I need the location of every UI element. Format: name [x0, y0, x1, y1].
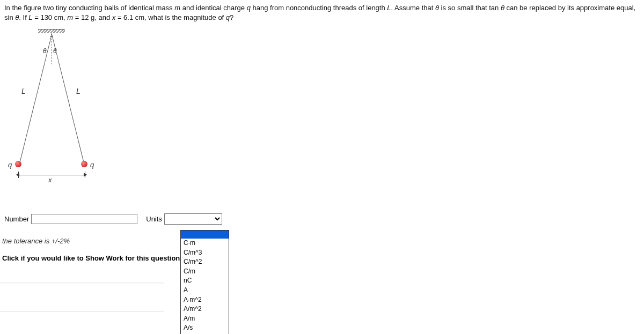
- physics-figure: θ θ L L q q x: [3, 27, 111, 188]
- var-theta: θ: [435, 4, 439, 12]
- units-option-blank[interactable]: [181, 231, 229, 239]
- var-theta: θ: [501, 4, 504, 12]
- units-option[interactable]: C/m^2: [181, 257, 229, 267]
- text: In the figure two tiny conducting balls …: [4, 4, 174, 12]
- x-arrow-right-icon: [84, 173, 87, 177]
- length-left-label: L: [21, 87, 26, 95]
- theta-left-label: θ: [43, 47, 47, 55]
- x-dimension-line: [18, 175, 85, 175]
- units-option[interactable]: C/m: [181, 267, 229, 277]
- tolerance-note: the tolerance is +/-2%: [2, 237, 70, 245]
- units-option[interactable]: nC: [181, 276, 229, 286]
- text: ?: [230, 13, 233, 21]
- var-q: q: [226, 13, 230, 21]
- text: = 130 cm,: [33, 13, 68, 21]
- thread-left: [19, 34, 52, 165]
- text: is so small that tan: [439, 4, 501, 12]
- units-select[interactable]: [164, 213, 222, 225]
- units-option[interactable]: A/s: [181, 323, 229, 333]
- ceiling-hatch: [38, 29, 65, 33]
- x-label: x: [48, 176, 52, 184]
- length-right-label: L: [76, 87, 80, 95]
- ball-left-icon: [15, 161, 21, 167]
- var-m: m: [67, 13, 73, 21]
- theta-right-label: θ: [53, 47, 57, 55]
- show-work-link[interactable]: Click if you would like to Show Work for…: [2, 254, 182, 262]
- var-L: L: [387, 4, 391, 12]
- ball-right-icon: [81, 161, 87, 167]
- units-option[interactable]: C/m^3: [181, 248, 229, 258]
- text: = 6.1 cm, what is the magnitude of: [115, 13, 226, 21]
- number-input[interactable]: [31, 214, 137, 224]
- units-option[interactable]: C·m: [181, 239, 229, 248]
- text: . If: [19, 13, 28, 21]
- units-label: Units: [146, 215, 162, 223]
- units-option[interactable]: A·m^2: [181, 295, 229, 305]
- charge-left-label: q: [8, 161, 12, 169]
- text: . Assume that: [391, 4, 435, 12]
- var-L: L: [28, 13, 32, 21]
- text: hang from nonconducting threads of lengt…: [251, 4, 387, 12]
- text: = 12 g, and: [73, 13, 112, 21]
- answer-row: Number Units: [4, 213, 222, 225]
- units-option[interactable]: A/m^2: [181, 305, 229, 314]
- problem-statement: In the figure two tiny conducting balls …: [0, 0, 644, 25]
- divider: [0, 283, 164, 284]
- number-label: Number: [4, 215, 29, 223]
- text: and identical charge: [180, 4, 247, 12]
- var-q: q: [247, 4, 251, 12]
- charge-right-label: q: [90, 161, 94, 169]
- var-m: m: [174, 4, 180, 12]
- divider: [0, 311, 164, 312]
- units-dropdown-listbox[interactable]: C·m C/m^3 C/m^2 C/m nC A A·m^2 A/m^2 A/m…: [180, 230, 229, 334]
- units-option[interactable]: A: [181, 286, 229, 295]
- units-option[interactable]: A/m: [181, 314, 229, 324]
